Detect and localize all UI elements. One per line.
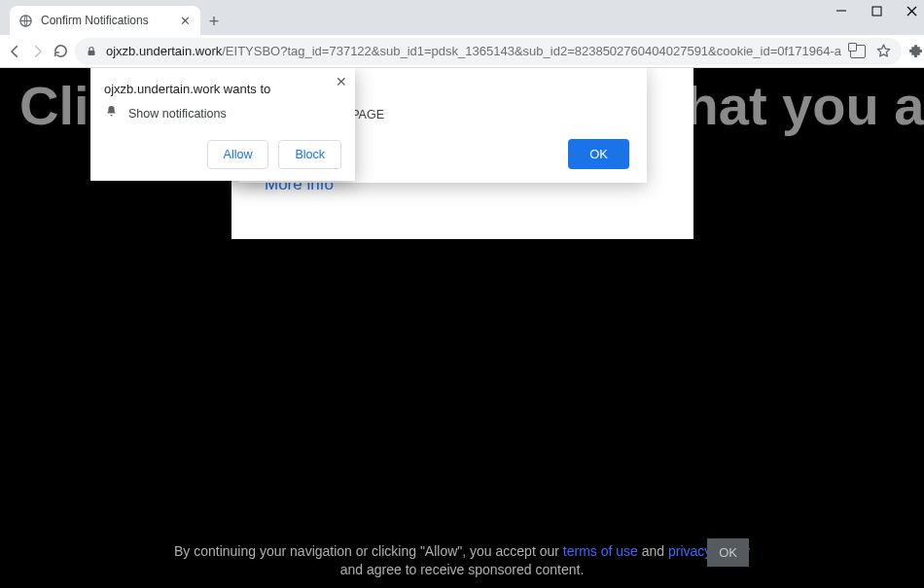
permission-allow-button[interactable]: Allow — [207, 140, 269, 169]
svg-rect-2 — [872, 7, 881, 16]
svg-rect-5 — [89, 51, 95, 55]
extensions-button[interactable] — [907, 38, 924, 65]
page-content: Click «Allow» to confirm that you are no… — [0, 68, 924, 588]
browser-tab[interactable]: Confirm Notifications ✕ — [10, 6, 200, 35]
window-titlebar: Confirm Notifications ✕ + — [0, 0, 924, 35]
tab-close-icon[interactable]: ✕ — [177, 13, 193, 28]
terms-link[interactable]: terms of use — [563, 543, 638, 559]
window-close-icon[interactable] — [903, 2, 920, 19]
globe-icon — [18, 13, 33, 28]
url-text: ojxzb.undertain.work/EITYSBO?tag_id=7371… — [106, 44, 841, 58]
browser-toolbar: ojxzb.undertain.work/EITYSBO?tag_id=7371… — [0, 35, 924, 68]
cookie-ok-button[interactable]: OK — [707, 538, 749, 567]
bell-icon — [104, 104, 119, 122]
lock-icon — [85, 45, 98, 58]
permission-block-button[interactable]: Block — [278, 140, 341, 169]
new-tab-button[interactable]: + — [200, 8, 228, 35]
tab-title: Confirm Notifications — [41, 14, 169, 27]
address-bar[interactable]: ojxzb.undertain.work/EITYSBO?tag_id=7371… — [75, 38, 902, 65]
translate-icon[interactable] — [849, 43, 867, 60]
window-minimize-icon[interactable] — [833, 2, 850, 19]
cookie-consent-bar: By continuing your navigation or clickin… — [0, 542, 924, 580]
alert-ok-button[interactable]: OK — [568, 139, 629, 169]
notification-permission-prompt: ✕ ojxzb.undertain.work wants to Show not… — [90, 68, 355, 181]
forward-button[interactable] — [29, 38, 47, 65]
window-maximize-icon[interactable] — [868, 2, 885, 19]
permission-origin: ojxzb.undertain.work wants to — [104, 82, 341, 96]
bookmark-star-icon[interactable] — [874, 43, 892, 60]
reload-button[interactable] — [53, 38, 69, 65]
back-button[interactable] — [6, 38, 23, 65]
permission-close-icon[interactable]: ✕ — [336, 74, 347, 89]
permission-label: Show notifications — [128, 107, 227, 121]
cookie-text: By continuing your navigation or clickin… — [117, 542, 807, 580]
